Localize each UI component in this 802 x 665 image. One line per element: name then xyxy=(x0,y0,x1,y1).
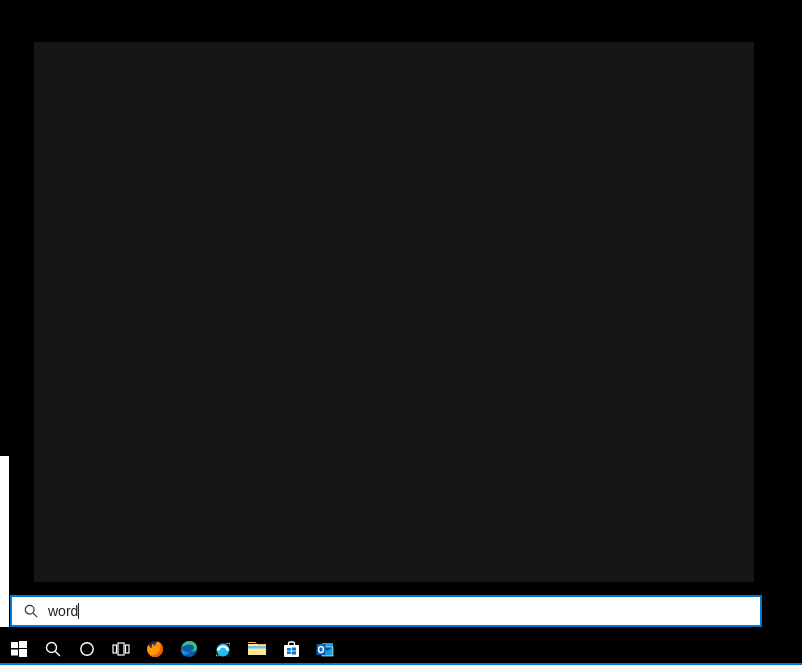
desktop: word xyxy=(0,0,802,665)
svg-point-8 xyxy=(81,643,93,655)
svg-rect-11 xyxy=(126,645,130,653)
search-input[interactable]: word xyxy=(48,597,760,625)
search-icon xyxy=(45,641,61,657)
task-view-icon xyxy=(112,642,130,656)
taskbar xyxy=(0,633,802,665)
store-button[interactable] xyxy=(274,633,308,665)
cortana-button[interactable] xyxy=(70,633,104,665)
ie-icon xyxy=(214,640,232,658)
start-button[interactable] xyxy=(2,633,36,665)
svg-rect-16 xyxy=(284,645,299,657)
svg-rect-3 xyxy=(19,641,27,648)
svg-rect-4 xyxy=(11,650,18,656)
svg-point-0 xyxy=(25,605,34,614)
search-input-value: word xyxy=(48,603,78,619)
ie-button[interactable] xyxy=(206,633,240,665)
edge-button[interactable] xyxy=(172,633,206,665)
svg-rect-9 xyxy=(113,645,117,653)
firefox-icon xyxy=(146,640,164,658)
svg-rect-18 xyxy=(291,647,295,650)
svg-rect-17 xyxy=(287,648,291,651)
search-button[interactable] xyxy=(36,633,70,665)
text-caret xyxy=(78,603,79,619)
task-view-button[interactable] xyxy=(104,633,138,665)
svg-line-1 xyxy=(33,613,37,617)
svg-rect-2 xyxy=(11,642,18,648)
search-bar[interactable]: word xyxy=(10,595,762,627)
svg-rect-19 xyxy=(287,651,291,654)
outlook-button[interactable] xyxy=(308,633,342,665)
firefox-button[interactable] xyxy=(138,633,172,665)
svg-line-7 xyxy=(55,651,60,656)
outlook-icon xyxy=(316,641,334,658)
svg-rect-5 xyxy=(19,649,27,657)
file-explorer-icon xyxy=(248,641,266,657)
search-icon xyxy=(22,602,40,620)
windows-icon xyxy=(11,641,27,657)
cortana-icon xyxy=(79,641,95,657)
background-strip xyxy=(0,456,9,627)
svg-point-6 xyxy=(47,643,57,653)
start-search-panel xyxy=(34,42,754,582)
svg-rect-20 xyxy=(291,651,295,654)
svg-rect-10 xyxy=(118,643,124,655)
store-icon xyxy=(283,641,300,658)
svg-rect-15 xyxy=(248,646,266,649)
file-explorer-button[interactable] xyxy=(240,633,274,665)
edge-icon xyxy=(180,640,198,658)
